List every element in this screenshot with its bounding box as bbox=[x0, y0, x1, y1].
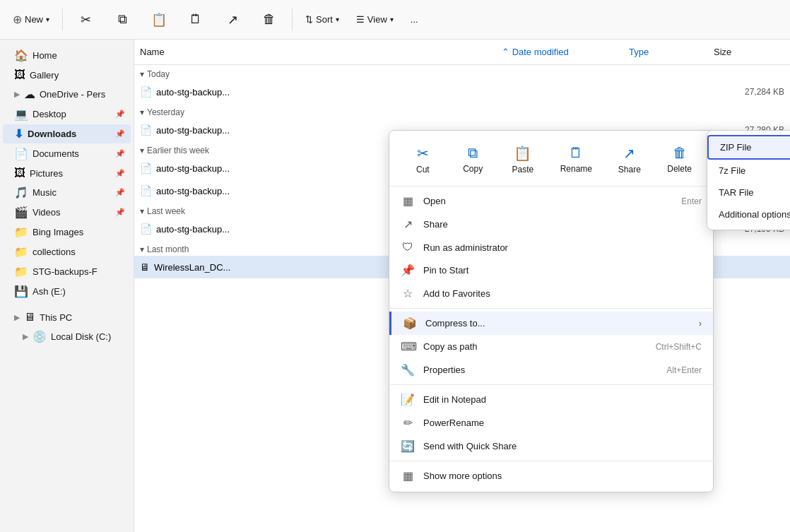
cm-copy-path[interactable]: ⌨ Copy as path Ctrl+Shift+C bbox=[389, 335, 713, 358]
cm-properties-icon: 🔧 bbox=[401, 363, 415, 377]
file-name-text: auto-stg-backup... bbox=[156, 87, 230, 97]
cm-share-icon: ↗ bbox=[623, 145, 635, 162]
compress-additional-label: Additional options bbox=[719, 209, 790, 220]
cm-properties[interactable]: 🔧 Properties Alt+Enter bbox=[389, 358, 713, 382]
cm-open-icon: ▦ bbox=[401, 194, 415, 208]
file-size: 27,284 KB bbox=[714, 87, 784, 97]
cm-compress-icon: 📦 bbox=[403, 317, 417, 330]
sidebar-item-onedrive[interactable]: ▶ ☁ OneDrive - Pers bbox=[3, 85, 131, 104]
cm-share-label: Share bbox=[618, 165, 641, 175]
sidebar-item-music[interactable]: 🎵 Music 📌 bbox=[3, 183, 131, 202]
sidebar-item-stg-backups[interactable]: 📁 STG-backups-F bbox=[3, 262, 131, 281]
copy-button[interactable]: ⧉ bbox=[105, 4, 139, 35]
sidebar-label-bing-images: Bing Images bbox=[33, 227, 83, 237]
downloads-icon: ⬇ bbox=[14, 127, 23, 141]
share-icon: ↗ bbox=[228, 12, 238, 28]
sidebar-item-gallery[interactable]: 🖼 Gallery bbox=[3, 66, 131, 84]
local-disk-expand-icon: ▶ bbox=[23, 332, 28, 341]
more-button[interactable]: ... bbox=[403, 4, 425, 35]
delete-button[interactable]: 🗑 bbox=[252, 4, 286, 35]
cm-rename-button[interactable]: 🗒 Rename bbox=[553, 141, 599, 179]
sidebar-item-desktop[interactable]: 💻 Desktop 📌 bbox=[3, 105, 131, 124]
share-button[interactable]: ↗ bbox=[216, 4, 249, 35]
cm-notepad-icon: 📝 bbox=[401, 393, 415, 406]
sidebar-item-documents[interactable]: 📄 Documents 📌 bbox=[3, 144, 131, 163]
compress-additional[interactable]: Additional options bbox=[707, 203, 790, 225]
sidebar-item-pictures[interactable]: 🖼 Pictures 📌 bbox=[3, 164, 131, 182]
sidebar-item-ash[interactable]: 💾 Ash (E:) bbox=[3, 282, 131, 301]
cm-notepad-label: Edit in Notepad bbox=[423, 394, 702, 405]
cm-more-options[interactable]: ▦ Show more options bbox=[389, 464, 713, 487]
sidebar-item-home[interactable]: 🏠 Home bbox=[3, 46, 131, 65]
col-header-size[interactable]: Size bbox=[714, 47, 784, 57]
cut-button[interactable]: ✂ bbox=[69, 4, 102, 35]
sidebar-item-videos[interactable]: 🎬 Videos 📌 bbox=[3, 203, 131, 222]
videos-icon: 🎬 bbox=[14, 206, 28, 219]
new-button[interactable]: ⊕ New ▾ bbox=[6, 4, 57, 35]
cm-properties-label: Properties bbox=[423, 365, 658, 375]
compress-tar[interactable]: TAR File bbox=[707, 182, 790, 203]
cm-pin-start-label: Pin to Start bbox=[423, 265, 702, 276]
cm-share[interactable]: ↗ Share bbox=[389, 213, 713, 236]
cm-quick-share[interactable]: 🔄 Send with Quick Share bbox=[389, 435, 713, 458]
cm-delete-button[interactable]: 🗑 Delete bbox=[660, 141, 700, 179]
group-yesterday: ▾ Yesterday bbox=[134, 103, 790, 119]
cm-paste-icon: 📋 bbox=[514, 145, 531, 162]
sort-button[interactable]: ⇅ Sort ▾ bbox=[298, 4, 346, 35]
cm-run-admin[interactable]: 🛡 Run as administrator bbox=[389, 236, 713, 259]
sidebar-label-gallery: Gallery bbox=[30, 70, 59, 81]
cm-open[interactable]: ▦ Open Enter bbox=[389, 189, 713, 213]
rename-icon: 🗒 bbox=[189, 12, 202, 27]
cm-share-button[interactable]: ↗ Share bbox=[610, 141, 649, 179]
col-header-date[interactable]: ⌃ Date modified bbox=[502, 47, 629, 57]
more-icon: ... bbox=[411, 14, 418, 25]
cm-more-options-label: Show more options bbox=[423, 471, 702, 481]
sidebar-item-collections[interactable]: 📁 collections bbox=[3, 242, 131, 261]
ash-icon: 💾 bbox=[14, 285, 28, 298]
col-header-name[interactable]: Name bbox=[140, 47, 502, 57]
toolbar-separator-2 bbox=[292, 8, 293, 31]
stg-backups-icon: 📁 bbox=[14, 265, 28, 278]
sidebar-label-downloads: Downloads bbox=[28, 129, 76, 139]
compress-zip[interactable]: ZIP File bbox=[707, 135, 790, 160]
cm-open-shortcut: Enter bbox=[681, 196, 702, 206]
view-button[interactable]: ☰ View ▾ bbox=[349, 4, 401, 35]
file-row[interactable]: 📄 auto-stg-backup... 27,284 KB bbox=[134, 81, 790, 103]
file-name-text: auto-stg-backup... bbox=[156, 224, 230, 235]
new-label: New bbox=[25, 14, 43, 25]
cm-edit-notepad[interactable]: 📝 Edit in Notepad bbox=[389, 388, 713, 411]
cm-powerrename[interactable]: ✏ PowerRename bbox=[389, 411, 713, 435]
compress-7z[interactable]: 7z File bbox=[707, 160, 790, 182]
sidebar-item-bing-images[interactable]: 📁 Bing Images bbox=[3, 223, 131, 242]
cm-paste-button[interactable]: 📋 Paste bbox=[503, 141, 543, 179]
rename-button[interactable]: 🗒 bbox=[179, 4, 213, 35]
desktop-icon: 💻 bbox=[14, 107, 28, 121]
cm-cut-label: Cut bbox=[416, 165, 430, 175]
sidebar-label-videos: Videos bbox=[33, 207, 61, 218]
cm-copy-button[interactable]: ⧉ Copy bbox=[453, 141, 493, 179]
col-header-type[interactable]: Type bbox=[629, 47, 714, 57]
cm-add-favorites[interactable]: ☆ Add to Favorites bbox=[389, 282, 713, 305]
group-today-chevron: ▾ bbox=[140, 69, 144, 79]
sidebar-item-local-disk[interactable]: ▶ 💿 Local Disk (C:) bbox=[3, 327, 131, 346]
sidebar-label-this-pc: This PC bbox=[40, 312, 72, 323]
cm-compress[interactable]: 📦 Compress to... › bbox=[389, 312, 713, 335]
sidebar-item-this-pc[interactable]: ▶ 🖥 This PC bbox=[3, 308, 131, 326]
cm-rename-label: Rename bbox=[560, 164, 592, 174]
file-icon: 📄 bbox=[140, 185, 152, 196]
cm-pin-start-icon: 📌 bbox=[401, 264, 415, 277]
file-name: 📄 auto-stg-backup... bbox=[140, 86, 502, 97]
group-last-week-label: Last week bbox=[147, 206, 185, 216]
group-last-month-label: Last month bbox=[147, 244, 189, 254]
cm-cut-button[interactable]: ✂ Cut bbox=[403, 141, 442, 179]
group-earlier-chevron: ▾ bbox=[140, 146, 144, 155]
sidebar-item-downloads[interactable]: ⬇ Downloads 📌 bbox=[3, 124, 131, 143]
cm-pin-start[interactable]: 📌 Pin to Start bbox=[389, 259, 713, 282]
cm-separator-1 bbox=[389, 308, 713, 309]
cm-copy-path-icon: ⌨ bbox=[401, 340, 415, 353]
cm-compress-arrow: › bbox=[699, 318, 702, 329]
cm-separator-2 bbox=[389, 384, 713, 385]
sidebar-label-stg-backups: STG-backups-F bbox=[33, 266, 98, 277]
documents-pin-icon: 📌 bbox=[115, 149, 125, 158]
paste-button[interactable]: 📋 bbox=[142, 4, 176, 35]
